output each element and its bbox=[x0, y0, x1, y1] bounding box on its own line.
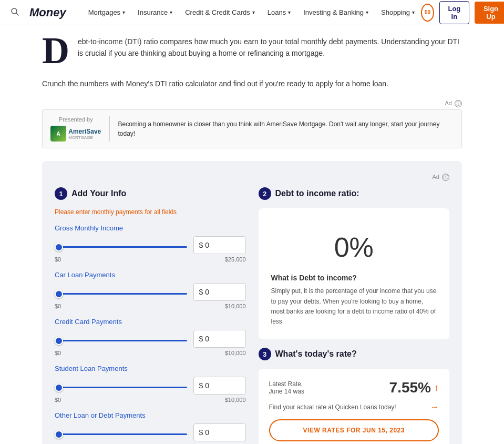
header-actions: 50 Log In Sign Up bbox=[421, 1, 504, 24]
gross-income-input[interactable] bbox=[193, 236, 246, 254]
chevron-down-icon: ▾ bbox=[412, 9, 415, 15]
other-loan-input[interactable] bbox=[193, 423, 246, 441]
ad-logo-box: Presented by A AmeriSave MORTGAGE bbox=[51, 116, 110, 142]
chevron-down-icon: ▾ bbox=[366, 9, 368, 15]
step2-circle: 2 bbox=[259, 187, 271, 200]
gross-income-label: Gross Monthly Income bbox=[55, 224, 246, 232]
svg-line-1 bbox=[16, 13, 18, 15]
other-loan-label: Other Loan or Debt Payments bbox=[55, 411, 246, 419]
nav-insurance[interactable]: Insurance ▾ bbox=[131, 0, 179, 25]
site-logo[interactable]: Money bbox=[29, 6, 66, 19]
student-loan-range: $0 $10,000 bbox=[55, 397, 246, 403]
rate-up-arrow-icon: ↑ bbox=[434, 382, 439, 393]
rates-row: Latest Rate, June 14 was 7.55% ↑ bbox=[269, 379, 439, 396]
rate-label: Latest Rate, bbox=[269, 380, 304, 388]
amerisave-sub-text: MORTGAGE bbox=[68, 135, 101, 140]
left-panel: 1 Add Your Info Please enter monthly pay… bbox=[55, 187, 246, 444]
ad-label: Ad ⓘ bbox=[42, 100, 462, 107]
signup-button[interactable]: Sign Up bbox=[475, 2, 504, 24]
credit-card-range: $0 $10,000 bbox=[55, 350, 246, 356]
rate-label-group: Latest Rate, June 14 was bbox=[269, 380, 304, 395]
rate-date: June 14 was bbox=[269, 388, 304, 395]
nav-investing[interactable]: Investing & Banking ▾ bbox=[297, 0, 375, 25]
calc-ad-label: Ad ⓘ bbox=[55, 174, 449, 181]
student-loan-label: Student Loan Payments bbox=[55, 365, 246, 372]
amerisave-logo-graphic: A bbox=[50, 126, 66, 142]
ad-info-icon[interactable]: ⓘ bbox=[455, 100, 462, 107]
dti-explanation: Simply put, it is the percentage of your… bbox=[271, 286, 437, 327]
chevron-down-icon: ▾ bbox=[252, 9, 255, 15]
intro-subtext: Crunch the numbers with Money's DTI rati… bbox=[42, 78, 462, 89]
right-panel: 2 Debt to income ratio: 0% What is Debt … bbox=[259, 187, 450, 444]
view-rates-button[interactable]: VIEW RATES FOR JUN 15, 2023 bbox=[269, 419, 439, 441]
car-loan-slider-row bbox=[55, 283, 246, 301]
nav-loans[interactable]: Loans ▾ bbox=[261, 0, 297, 25]
credit-card-slider-container bbox=[55, 335, 187, 343]
ad-presented-by: Presented by bbox=[55, 116, 97, 123]
step1-circle: 1 bbox=[55, 187, 67, 200]
step3-circle: 3 bbox=[259, 348, 271, 360]
drop-cap-letter: D bbox=[42, 32, 69, 69]
credit-card-input[interactable] bbox=[193, 330, 246, 348]
car-loan-field: Car Loan Payments $0 $10,000 bbox=[55, 271, 246, 309]
rates-find-row: Find your actual rate at Quicken Loans t… bbox=[269, 402, 439, 412]
car-loan-input[interactable] bbox=[193, 283, 246, 301]
other-loan-slider[interactable] bbox=[55, 433, 187, 435]
gross-income-slider-row bbox=[55, 236, 246, 254]
gross-income-field: Gross Monthly Income $0 $25,000 bbox=[55, 224, 246, 263]
calc-ad-info-icon[interactable]: ⓘ bbox=[442, 174, 449, 181]
car-loan-slider-container bbox=[55, 288, 187, 296]
amerisave-logo-text: AmeriSave bbox=[68, 128, 101, 135]
section3-heading: 3 What's today's rate? bbox=[259, 348, 450, 360]
main-nav: Mortgages ▾ Insurance ▾ Credit & Credit … bbox=[82, 0, 421, 25]
gross-income-slider[interactable] bbox=[55, 246, 187, 248]
student-loan-slider-row bbox=[55, 377, 246, 395]
ad-body-text: Becoming a homeowner is closer than you … bbox=[118, 119, 454, 138]
main-content: D ebt-to-income (DTI) ratio compares how… bbox=[0, 25, 504, 444]
rate-value-display: 7.55% ↑ bbox=[389, 379, 439, 396]
dti-percent-display: 0% bbox=[271, 221, 437, 274]
other-loan-slider-row bbox=[55, 423, 246, 441]
credit-card-label: Credit Card Payments bbox=[55, 318, 246, 326]
section3-title: What's today's rate? bbox=[275, 349, 357, 359]
car-loan-label: Car Loan Payments bbox=[55, 271, 246, 279]
nav-credit[interactable]: Credit & Credit Cards ▾ bbox=[179, 0, 261, 25]
credit-card-slider-row bbox=[55, 330, 246, 348]
car-loan-slider[interactable] bbox=[55, 293, 187, 295]
search-icon[interactable] bbox=[11, 7, 19, 17]
gross-income-slider-container bbox=[55, 241, 187, 249]
chevron-down-icon: ▾ bbox=[122, 9, 125, 15]
credit-card-field: Credit Card Payments $0 $10,000 bbox=[55, 318, 246, 356]
student-loan-slider[interactable] bbox=[55, 387, 187, 388]
chevron-down-icon: ▾ bbox=[288, 9, 291, 15]
rates-box: Latest Rate, June 14 was 7.55% ↑ Find yo… bbox=[259, 369, 450, 444]
section1-title: Add Your Info bbox=[71, 189, 126, 198]
nav-mortgages[interactable]: Mortgages ▾ bbox=[82, 0, 131, 25]
gross-income-range: $0 $25,000 bbox=[55, 256, 246, 263]
section1-heading: 1 Add Your Info bbox=[55, 187, 246, 200]
info-note: Please enter monthly payments for all fi… bbox=[55, 208, 246, 216]
rates-arrow-icon: → bbox=[430, 402, 439, 412]
car-loan-range: $0 $10,000 bbox=[55, 303, 246, 309]
other-loan-slider-container bbox=[55, 428, 187, 437]
intro-body: ebt-to-income (DTI) ratio compares how m… bbox=[78, 36, 462, 59]
calc-grid: 1 Add Your Info Please enter monthly pay… bbox=[55, 187, 449, 444]
ad-banner: Presented by A AmeriSave MORTGAGE Becomi bbox=[42, 109, 462, 148]
credit-card-slider[interactable] bbox=[55, 340, 187, 341]
nav-shopping[interactable]: Shopping ▾ bbox=[375, 0, 421, 25]
calculator-section: Ad ⓘ 1 Add Your Info Please enter monthl… bbox=[42, 161, 462, 444]
anniversary-badge: 50 bbox=[421, 4, 434, 22]
section2-heading: 2 Debt to income ratio: bbox=[259, 187, 450, 200]
student-loan-field: Student Loan Payments $0 $10,000 bbox=[55, 365, 246, 403]
student-loan-input[interactable] bbox=[193, 377, 246, 395]
login-button[interactable]: Log In bbox=[439, 1, 469, 24]
chevron-down-icon: ▾ bbox=[170, 9, 172, 15]
other-loan-field: Other Loan or Debt Payments $0 $100,000 bbox=[55, 411, 246, 444]
header: Money Mortgages ▾ Insurance ▾ Credit & C… bbox=[0, 0, 504, 25]
section2-title: Debt to income ratio: bbox=[275, 189, 359, 198]
student-loan-slider-container bbox=[55, 381, 187, 390]
dti-result-box: 0% What is Debt to income? Simply put, i… bbox=[259, 208, 450, 339]
intro-section: D ebt-to-income (DTI) ratio compares how… bbox=[42, 36, 462, 69]
dti-what-label: What is Debt to income? bbox=[271, 274, 437, 282]
